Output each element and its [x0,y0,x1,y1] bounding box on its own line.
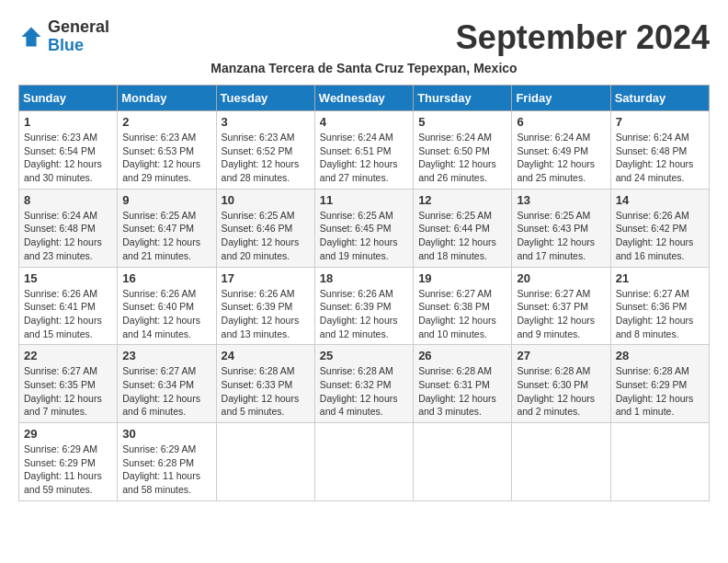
table-row: 27 Sunrise: 6:28 AM Sunset: 6:30 PM Dayl… [512,345,610,423]
table-row: 5 Sunrise: 6:24 AM Sunset: 6:50 PM Dayli… [414,111,512,190]
col-saturday: Saturday [610,86,709,111]
day-number: 13 [517,193,605,207]
calendar-week-row: 22 Sunrise: 6:27 AM Sunset: 6:35 PM Dayl… [19,345,710,423]
day-info: Sunrise: 6:29 AM Sunset: 6:29 PM Dayligh… [24,442,112,497]
sunset: Sunset: 6:34 PM [122,379,194,390]
table-row: 11 Sunrise: 6:25 AM Sunset: 6:45 PM Dayl… [314,189,413,267]
calendar-week-row: 1 Sunrise: 6:23 AM Sunset: 6:54 PM Dayli… [19,111,710,190]
day-info: Sunrise: 6:28 AM Sunset: 6:31 PM Dayligh… [418,364,506,419]
daylight: Daylight: 12 hours and 3 minutes. [418,393,496,418]
table-row: 21 Sunrise: 6:27 AM Sunset: 6:36 PM Dayl… [610,267,709,345]
daylight: Daylight: 12 hours and 5 minutes. [222,393,300,418]
day-number: 7 [616,115,704,129]
sunset: Sunset: 6:51 PM [320,145,392,156]
day-number: 6 [517,115,605,129]
sunset: Sunset: 6:29 PM [616,379,688,390]
sunset: Sunset: 6:38 PM [418,301,490,312]
day-number: 1 [24,115,112,129]
table-row: 4 Sunrise: 6:24 AM Sunset: 6:51 PM Dayli… [314,111,413,190]
sunrise: Sunrise: 6:23 AM [222,132,295,143]
sunrise: Sunrise: 6:23 AM [24,132,97,143]
daylight: Daylight: 12 hours and 28 minutes. [222,158,300,183]
table-row: 13 Sunrise: 6:25 AM Sunset: 6:43 PM Dayl… [512,189,610,267]
sunset: Sunset: 6:29 PM [24,457,96,468]
day-number: 5 [418,115,506,129]
sunset: Sunset: 6:37 PM [517,301,588,312]
daylight: Daylight: 12 hours and 21 minutes. [122,236,200,261]
col-tuesday: Tuesday [216,86,314,111]
sunrise: Sunrise: 6:26 AM [222,288,295,299]
day-number: 19 [418,271,506,285]
day-number: 9 [122,193,210,207]
day-info: Sunrise: 6:25 AM Sunset: 6:47 PM Dayligh… [122,209,210,263]
sunset: Sunset: 6:30 PM [517,379,588,390]
table-row: 17 Sunrise: 6:26 AM Sunset: 6:39 PM Dayl… [216,267,314,345]
sunset: Sunset: 6:35 PM [24,379,96,390]
day-number: 22 [24,349,112,362]
sunrise: Sunrise: 6:27 AM [24,365,97,376]
table-row [610,423,709,501]
sunset: Sunset: 6:40 PM [122,301,194,312]
col-monday: Monday [118,86,216,111]
sunrise: Sunrise: 6:28 AM [222,365,295,376]
logo-icon [18,24,44,50]
sunrise: Sunrise: 6:25 AM [222,210,295,221]
table-row: 8 Sunrise: 6:24 AM Sunset: 6:48 PM Dayli… [19,189,118,267]
daylight: Daylight: 12 hours and 18 minutes. [418,236,496,261]
calendar-week-row: 15 Sunrise: 6:26 AM Sunset: 6:41 PM Dayl… [19,267,710,345]
day-info: Sunrise: 6:25 AM Sunset: 6:44 PM Dayligh… [418,209,506,263]
day-info: Sunrise: 6:28 AM Sunset: 6:30 PM Dayligh… [517,364,605,419]
logo-general: General [48,17,109,36]
calendar-week-row: 29 Sunrise: 6:29 AM Sunset: 6:29 PM Dayl… [19,423,710,501]
sunset: Sunset: 6:54 PM [24,145,96,156]
table-row: 24 Sunrise: 6:28 AM Sunset: 6:33 PM Dayl… [216,345,314,423]
table-row: 15 Sunrise: 6:26 AM Sunset: 6:41 PM Dayl… [19,267,118,345]
daylight: Daylight: 12 hours and 26 minutes. [418,158,496,183]
calendar-week-row: 8 Sunrise: 6:24 AM Sunset: 6:48 PM Dayli… [19,189,710,267]
day-number: 23 [122,349,210,362]
sunset: Sunset: 6:52 PM [222,145,293,156]
sunrise: Sunrise: 6:25 AM [122,210,196,221]
day-number: 3 [222,115,310,129]
table-row: 14 Sunrise: 6:26 AM Sunset: 6:42 PM Dayl… [610,189,709,267]
daylight: Daylight: 12 hours and 27 minutes. [320,158,398,183]
table-row: 29 Sunrise: 6:29 AM Sunset: 6:29 PM Dayl… [19,423,118,501]
sunset: Sunset: 6:39 PM [222,301,293,312]
day-number: 20 [517,271,605,285]
daylight: Daylight: 12 hours and 8 minutes. [616,315,694,339]
table-row: 28 Sunrise: 6:28 AM Sunset: 6:29 PM Dayl… [610,345,709,423]
day-info: Sunrise: 6:25 AM Sunset: 6:46 PM Dayligh… [222,209,310,263]
table-row: 2 Sunrise: 6:23 AM Sunset: 6:53 PM Dayli… [118,111,216,190]
day-info: Sunrise: 6:23 AM Sunset: 6:54 PM Dayligh… [24,131,112,185]
daylight: Daylight: 12 hours and 12 minutes. [320,315,398,339]
day-number: 4 [320,115,408,129]
sunset: Sunset: 6:42 PM [616,223,688,234]
day-info: Sunrise: 6:26 AM Sunset: 6:39 PM Dayligh… [222,287,310,341]
logo-blue: Blue [48,36,84,54]
table-row [414,423,512,501]
day-info: Sunrise: 6:28 AM Sunset: 6:32 PM Dayligh… [320,364,408,419]
daylight: Daylight: 12 hours and 9 minutes. [517,315,595,339]
day-number: 16 [122,271,210,285]
daylight: Daylight: 12 hours and 10 minutes. [418,315,496,339]
day-info: Sunrise: 6:27 AM Sunset: 6:37 PM Dayligh… [517,287,605,341]
subtitle: Manzana Tercera de Santa Cruz Tepexpan, … [18,61,710,75]
table-row: 3 Sunrise: 6:23 AM Sunset: 6:52 PM Dayli… [216,111,314,190]
table-row: 6 Sunrise: 6:24 AM Sunset: 6:49 PM Dayli… [512,111,610,190]
day-number: 27 [517,349,605,362]
daylight: Daylight: 11 hours and 59 minutes. [24,470,102,495]
day-number: 2 [122,115,210,129]
table-row: 12 Sunrise: 6:25 AM Sunset: 6:44 PM Dayl… [414,189,512,267]
daylight: Daylight: 12 hours and 24 minutes. [616,158,694,183]
sunrise: Sunrise: 6:27 AM [122,365,196,376]
daylight: Daylight: 12 hours and 25 minutes. [517,158,595,183]
day-info: Sunrise: 6:24 AM Sunset: 6:48 PM Dayligh… [24,209,112,263]
daylight: Daylight: 12 hours and 7 minutes. [24,393,102,418]
sunset: Sunset: 6:44 PM [418,223,490,234]
daylight: Daylight: 12 hours and 6 minutes. [122,393,200,418]
logo-text: General Blue [48,18,109,55]
day-info: Sunrise: 6:25 AM Sunset: 6:45 PM Dayligh… [320,209,408,263]
table-row: 10 Sunrise: 6:25 AM Sunset: 6:46 PM Dayl… [216,189,314,267]
table-row: 7 Sunrise: 6:24 AM Sunset: 6:48 PM Dayli… [610,111,709,190]
sunrise: Sunrise: 6:28 AM [320,365,393,376]
